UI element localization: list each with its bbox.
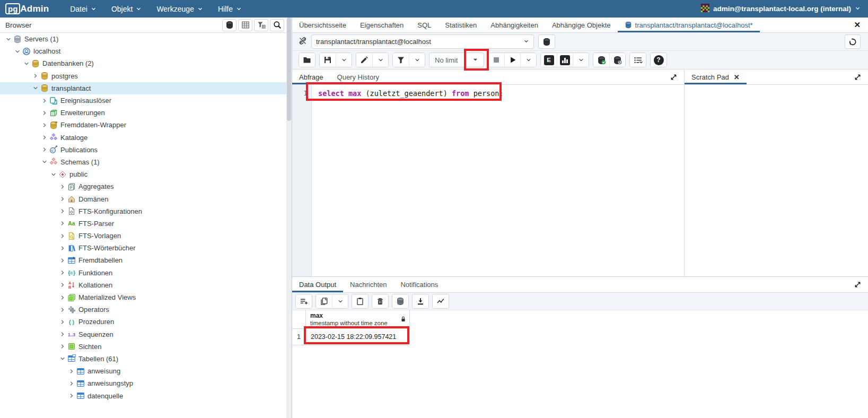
expand-icon[interactable] — [58, 319, 67, 325]
new-connection-button[interactable] — [538, 34, 555, 49]
menu-datei[interactable]: Datei — [63, 0, 104, 18]
tree-item-postgres[interactable]: postgres — [0, 70, 292, 82]
tree-item-fremdtabellen[interactable]: Fremdtabellen — [0, 254, 292, 266]
expand-icon[interactable] — [854, 281, 862, 289]
tab-scratch-pad[interactable]: Scratch Pad ✕ — [685, 69, 747, 84]
expand-icon[interactable] — [58, 307, 67, 313]
tree-item-anweisungstyp[interactable]: anweisungstyp — [0, 377, 292, 389]
tree-item-fts-konfigurationen[interactable]: FTS-Konfigurationen — [0, 205, 292, 217]
tab-data-output[interactable]: Data Output — [292, 277, 343, 292]
tree-item-fremddaten-wrapper[interactable]: Fremddaten-Wrapper — [0, 119, 292, 131]
edit-button[interactable] — [356, 53, 372, 67]
tab-query-history[interactable]: Query History — [330, 69, 386, 84]
tree-item-kollationen[interactable]: ABKollationen — [0, 279, 292, 291]
tree-item-materialized-views[interactable]: Materialized Views — [0, 291, 292, 303]
tree-item-tabellen-61-[interactable]: Tabellen (61) — [0, 353, 292, 365]
rollback-button[interactable] — [609, 53, 625, 67]
tree-item-schemas-1-[interactable]: Schemas (1) — [0, 156, 292, 168]
tree-item-prozeduren[interactable]: ( )Prozeduren — [0, 316, 292, 328]
scratch-pad-body[interactable] — [685, 85, 868, 276]
save-data-button[interactable] — [392, 294, 408, 308]
paste-button[interactable] — [352, 294, 368, 308]
expand-icon[interactable] — [40, 98, 49, 104]
tree-item-datenquelle[interactable]: datenquelle — [0, 389, 292, 402]
tab-statistiken[interactable]: Statistiken — [438, 18, 484, 32]
connection-select[interactable]: transplantact/transplantact@localhost — [311, 34, 534, 49]
object-explorer-button[interactable] — [222, 19, 236, 31]
tree-scrollbar[interactable] — [286, 18, 292, 418]
filter-button[interactable] — [393, 53, 409, 67]
tree-item-fts-vorlagen[interactable]: FTS-Vorlagen — [0, 230, 292, 242]
dashboard-grid-button[interactable] — [238, 19, 252, 31]
explain-analyze-button[interactable] — [557, 53, 573, 67]
tab-transplantact-transplantact-lo[interactable]: transplantact/transplantact@localhost* — [618, 18, 760, 32]
expand-icon[interactable] — [58, 220, 67, 227]
filter-browser-button[interactable] — [254, 19, 268, 31]
macros-button[interactable] — [630, 53, 646, 67]
collapse-icon[interactable] — [58, 355, 67, 362]
reset-layout-button[interactable] — [845, 34, 861, 49]
execute-options-button[interactable] — [520, 53, 536, 67]
tab-notifications[interactable]: Notifications — [393, 277, 445, 292]
delete-row-button[interactable] — [372, 294, 388, 308]
expand-icon[interactable] — [58, 245, 67, 251]
expand-icon[interactable] — [67, 393, 76, 399]
add-row-button[interactable] — [296, 294, 312, 308]
tree-item-dom-nen[interactable]: Domänen — [0, 193, 292, 205]
menu-hilfe[interactable]: Hilfe — [211, 0, 249, 18]
tree-item-transplantact[interactable]: transplantact — [0, 82, 292, 94]
tab-abfrage[interactable]: Abfrage — [292, 69, 330, 84]
expand-icon[interactable] — [40, 146, 49, 153]
edit-options-button[interactable] — [372, 53, 388, 67]
tree-item-anweisung[interactable]: anweisung — [0, 365, 292, 377]
expand-icon[interactable] — [854, 73, 862, 81]
collapse-icon[interactable] — [40, 159, 49, 165]
tree-item-localhost[interactable]: localhost — [0, 45, 292, 57]
menu-objekt[interactable]: Objekt — [104, 0, 149, 18]
row-limit-select[interactable]: No limit — [429, 53, 484, 67]
tree-item-fts-parser[interactable]: AaFTS-Parser — [0, 217, 292, 230]
expand-icon[interactable] — [31, 73, 40, 79]
expand-icon[interactable] — [40, 134, 49, 141]
expand-icon[interactable] — [58, 208, 67, 214]
copy-options-button[interactable] — [332, 294, 348, 308]
close-icon[interactable]: ✕ — [734, 73, 740, 81]
copy-button[interactable] — [316, 294, 332, 308]
tree-item-kataloge[interactable]: Kataloge — [0, 132, 292, 144]
tree-item-servers-1-[interactable]: Servers (1) — [0, 33, 292, 45]
tab-sql[interactable]: SQL — [410, 18, 438, 32]
expand-icon[interactable] — [58, 269, 67, 276]
download-button[interactable] — [413, 294, 428, 308]
sql-editor[interactable]: 1 select max (zuletzt_geaendert) from pe… — [292, 85, 684, 276]
open-file-button[interactable] — [299, 53, 315, 67]
tree-item-erweiterungen[interactable]: Erweiterungen — [0, 107, 292, 119]
explain-options-button[interactable] — [573, 53, 589, 67]
filter-options-button[interactable] — [409, 53, 425, 67]
tree-item-funktionen[interactable]: {≡}Funktionen — [0, 267, 292, 279]
tab-abh-ngige-objekte[interactable]: Abhängige Objekte — [545, 18, 618, 32]
expand-icon[interactable] — [40, 110, 49, 116]
save-options-button[interactable] — [336, 53, 352, 67]
collapse-icon[interactable] — [4, 36, 13, 42]
tab-eigenschaften[interactable]: Eigenschaften — [353, 18, 410, 32]
expand-icon[interactable] — [670, 73, 678, 81]
tree-item-public[interactable]: public — [0, 168, 292, 180]
save-button[interactable] — [320, 53, 336, 67]
tree-item-sequenzen[interactable]: 1..3Sequenzen — [0, 328, 292, 341]
select-all-corner[interactable] — [292, 310, 306, 329]
tree-item-sichten[interactable]: Sichten — [0, 341, 292, 353]
tree-item-fts-w-rterb-cher[interactable]: FTS-Wörterbücher — [0, 242, 292, 254]
menu-werkzeuge[interactable]: Werkzeuge — [149, 0, 211, 18]
tree-item-datenbanken-2-[interactable]: Datenbanken (2) — [0, 57, 292, 69]
expand-icon[interactable] — [58, 184, 67, 190]
explain-button[interactable]: E — [541, 53, 557, 67]
expand-icon[interactable] — [40, 122, 49, 128]
tree-item-aggregates[interactable]: Aggregates — [0, 180, 292, 193]
expand-icon[interactable] — [58, 331, 67, 337]
expand-icon[interactable] — [58, 282, 67, 288]
user-menu[interactable]: admin@transplantact-local.org (internal) — [694, 4, 868, 14]
expand-icon[interactable] — [58, 233, 67, 239]
expand-icon[interactable] — [67, 368, 76, 375]
tree-item-operators[interactable]: Operators — [0, 303, 292, 316]
expand-icon[interactable] — [58, 257, 67, 264]
